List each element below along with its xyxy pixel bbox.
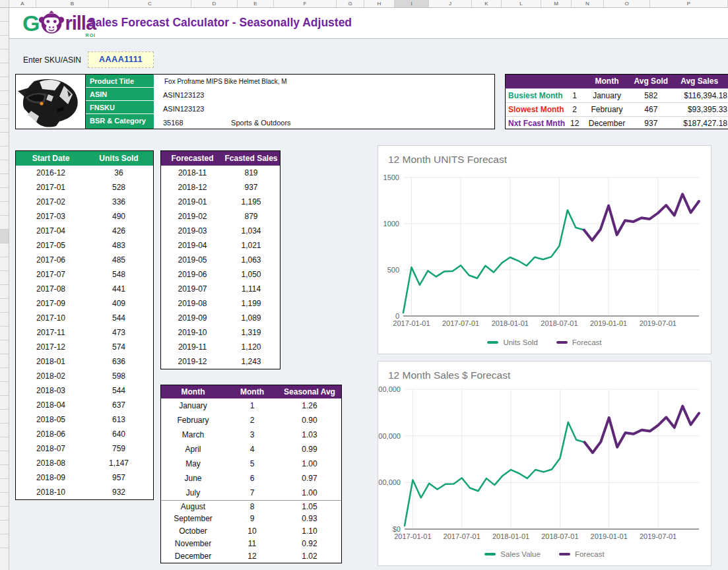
table-row: 2018-01636 <box>16 354 153 369</box>
table-cell: 957 <box>86 470 152 485</box>
row-header[interactable] <box>0 327 9 340</box>
table-cell: 2018-03 <box>16 383 86 398</box>
table-cell: 548 <box>86 267 152 282</box>
summary-cell: December <box>583 117 631 130</box>
table-cell: August <box>161 501 225 513</box>
table-cell: 0.99 <box>279 442 340 457</box>
table-row: 2019-121,243 <box>161 354 280 369</box>
table-row: 2019-111,120 <box>161 340 280 354</box>
row-header[interactable] <box>0 63 9 77</box>
table-row: 2017-06485 <box>16 253 153 267</box>
row-header[interactable] <box>0 271 9 285</box>
column-header-B[interactable]: B <box>36 0 109 7</box>
row-header[interactable] <box>0 521 9 534</box>
summary-cell: February <box>583 103 631 116</box>
row-header[interactable] <box>0 36 9 49</box>
table-cell: 2017-01 <box>16 180 86 195</box>
table-cell: 613 <box>86 412 152 427</box>
table-cell: 819 <box>224 166 279 180</box>
table-cell: 1 <box>225 398 279 413</box>
column-header-D[interactable]: D <box>191 0 238 7</box>
x-axis-label: 2017-01-01 <box>394 532 431 540</box>
column-header-J[interactable]: J <box>429 0 472 7</box>
table-cell: 0.97 <box>279 471 340 486</box>
row-header[interactable] <box>0 368 9 382</box>
table-row: February20.90 <box>161 413 341 428</box>
table-cell: 1,243 <box>224 354 279 369</box>
x-axis-label: 2018-01-01 <box>492 319 529 327</box>
units-forecast-chart: 2017-01-012017-07-012018-01-012018-07-01… <box>378 146 711 354</box>
product-title-value: Fox Proframe MIPS Bike Helmet Black, M <box>154 75 494 88</box>
sku-input-cell[interactable]: AAAA1111 <box>88 51 154 68</box>
row-header[interactable] <box>0 354 9 368</box>
row-header[interactable] <box>0 243 9 257</box>
y-axis-label: 1500 <box>383 174 399 181</box>
column-header-K[interactable]: K <box>472 0 502 7</box>
row-header[interactable] <box>0 230 9 243</box>
row-header[interactable] <box>0 465 9 479</box>
row-header[interactable] <box>0 285 9 299</box>
column-header-A[interactable]: A <box>9 0 36 7</box>
column-header-F[interactable]: F <box>274 0 337 7</box>
row-header[interactable] <box>0 146 9 160</box>
row-header[interactable] <box>0 188 9 202</box>
column-header: Month <box>161 385 225 398</box>
row-header[interactable] <box>0 493 9 507</box>
column-header-M[interactable]: M <box>541 0 572 7</box>
row-header[interactable] <box>0 216 9 230</box>
row-header[interactable] <box>0 8 9 22</box>
table-cell: December <box>161 550 225 563</box>
row-header[interactable] <box>0 91 9 105</box>
column-header-N[interactable]: N <box>572 0 604 7</box>
row-header[interactable] <box>0 49 9 63</box>
legend-item-sales-value: Sales Value <box>484 550 541 558</box>
column-header-E[interactable]: E <box>238 0 274 7</box>
frozen-pane-divider <box>0 38 728 39</box>
row-header[interactable] <box>0 382 9 396</box>
table-row: 2018-05613 <box>16 412 153 427</box>
table-cell: 2017-03 <box>16 209 86 224</box>
table-row: 2018-04637 <box>16 398 153 412</box>
table-row: 2017-03490 <box>16 209 153 224</box>
column-header-O[interactable]: O <box>604 0 650 7</box>
row-header[interactable] <box>0 299 9 313</box>
row-header[interactable] <box>0 133 9 146</box>
row-header[interactable] <box>0 313 9 327</box>
table-cell: 640 <box>86 427 152 441</box>
table-row: 2018-07759 <box>16 441 153 456</box>
row-header[interactable] <box>0 160 9 174</box>
y-axis-label: 500 <box>387 266 399 274</box>
chart-legend: Sales ValueForecast <box>378 550 711 558</box>
row-header[interactable] <box>0 202 9 216</box>
row-header[interactable] <box>0 340 9 354</box>
column-header-L[interactable]: L <box>502 0 541 7</box>
row-header[interactable] <box>0 507 9 521</box>
summary-row: Nxt Fcast Mnth12December937$187,427.18 <box>506 116 728 130</box>
column-header-I[interactable]: I <box>395 0 429 7</box>
column-header-P[interactable]: P <box>650 0 728 7</box>
row-header[interactable] <box>0 105 9 119</box>
table-cell: 2018-09 <box>16 470 86 485</box>
row-header[interactable] <box>0 534 9 548</box>
row-header[interactable] <box>0 437 9 451</box>
table-cell: 879 <box>224 209 279 224</box>
table-cell: 2017-10 <box>16 311 86 325</box>
sheet-corner[interactable] <box>0 0 9 7</box>
sales-forecast-chart: 2017-01-012017-07-012018-01-012018-07-01… <box>378 362 711 565</box>
row-header[interactable] <box>0 424 9 437</box>
table-cell: April <box>161 442 225 457</box>
row-header[interactable] <box>0 396 9 410</box>
row-header[interactable] <box>0 174 9 188</box>
table-row: 2017-08441 <box>16 282 153 296</box>
column-header-G[interactable]: G <box>337 0 364 7</box>
row-header[interactable] <box>0 451 9 465</box>
row-header[interactable] <box>0 257 9 271</box>
row-header[interactable] <box>0 119 9 133</box>
table-row: September90.93 <box>161 513 341 525</box>
row-header[interactable] <box>0 22 9 36</box>
row-header[interactable] <box>0 77 9 91</box>
column-header-C[interactable]: C <box>109 0 191 7</box>
row-header[interactable] <box>0 479 9 493</box>
column-header-H[interactable]: H <box>364 0 395 7</box>
row-header[interactable] <box>0 410 9 424</box>
